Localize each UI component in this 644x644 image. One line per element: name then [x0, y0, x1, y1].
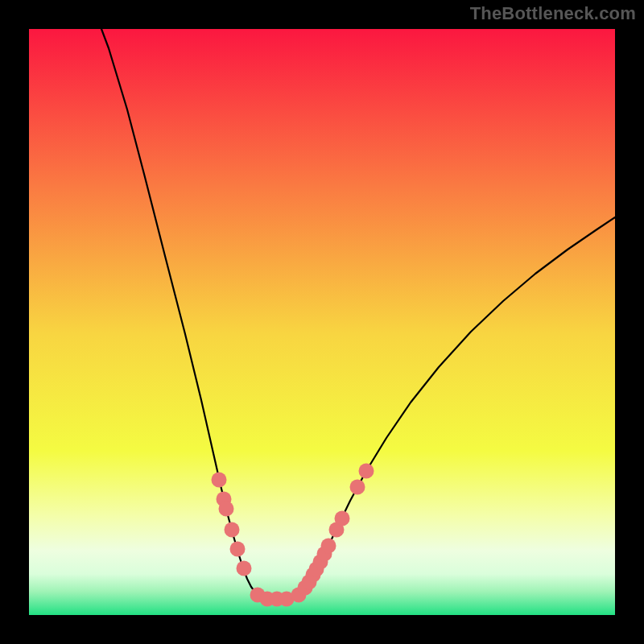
data-marker [321, 539, 336, 554]
data-marker [212, 473, 227, 488]
data-marker [359, 464, 374, 479]
data-marker [219, 502, 234, 517]
chart-svg [0, 0, 644, 644]
data-marker [225, 522, 240, 538]
data-marker [335, 511, 350, 526]
data-marker [230, 542, 246, 557]
data-marker [350, 480, 365, 495]
chart-canvas: TheBottleneck.com [0, 0, 644, 644]
data-marker [237, 561, 252, 576]
gradient-plot-area [29, 29, 615, 615]
watermark-text: TheBottleneck.com [470, 3, 636, 24]
